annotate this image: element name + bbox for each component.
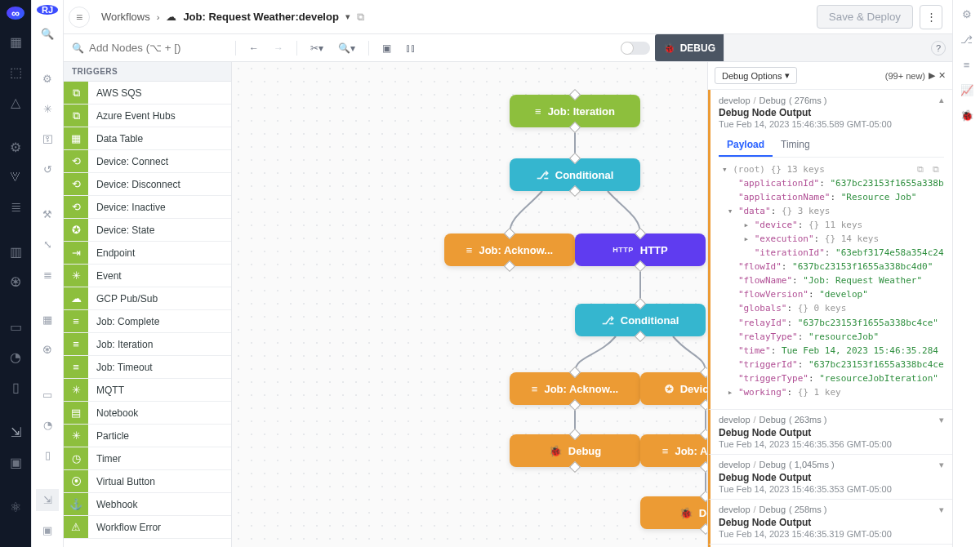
node-port-top[interactable]: [569, 153, 581, 164]
trigger-item[interactable]: ⧉Azure Event Hubs: [64, 105, 231, 127]
node-ack3[interactable]: ≡Job: Acknow...: [640, 434, 707, 467]
trigger-item[interactable]: ▤Notebook: [64, 402, 231, 425]
node-ack1[interactable]: ≡Job: Acknow...: [444, 233, 575, 266]
debug-entry[interactable]: develop/Debug( 263ms )▾Debug Node Output…: [708, 410, 952, 455]
ctx-clock[interactable]: ◔: [36, 414, 59, 436]
close-icon[interactable]: ✕: [938, 70, 946, 81]
debug-toggle[interactable]: [621, 42, 650, 55]
ctx-tree[interactable]: ♼: [36, 339, 59, 361]
stopwatch-icon[interactable]: ◔: [7, 349, 24, 365]
node-port-bottom[interactable]: [700, 461, 707, 473]
collapse-icon[interactable]: ▴: [939, 95, 944, 105]
debug-options-button[interactable]: Debug Options▾: [715, 67, 797, 84]
node-port-top[interactable]: [569, 367, 581, 378]
gear-icon[interactable]: ⚙: [7, 140, 24, 155]
node-port-bottom[interactable]: [635, 260, 646, 272]
table-icon[interactable]: ▥: [7, 244, 24, 260]
ctx-key[interactable]: ⚿: [36, 128, 59, 150]
node-port-bottom[interactable]: [635, 331, 646, 342]
node-devstate[interactable]: ✪Device: State: [640, 372, 707, 405]
trigger-item[interactable]: ⚓Webhook: [64, 493, 231, 516]
breadcrumb-root[interactable]: Workflows: [101, 11, 150, 23]
debug-new-count[interactable]: (99+ new) ▶ ✕: [885, 70, 946, 81]
node-port-top[interactable]: [635, 228, 646, 239]
ctx-arrows[interactable]: ⤡: [36, 233, 59, 256]
box-icon[interactable]: ⬚: [7, 64, 24, 80]
node-port-top[interactable]: [700, 429, 707, 440]
debug-entry[interactable]: develop/Debug( 1,045ms )▾Debug Node Outp…: [708, 455, 952, 500]
panel-icon[interactable]: ▣: [7, 455, 24, 470]
ctx-search[interactable]: 🔍: [32, 23, 63, 45]
rail-db-icon[interactable]: ≡: [964, 59, 970, 71]
help-icon[interactable]: ?: [931, 41, 946, 56]
trigger-item[interactable]: ◷Timer: [64, 447, 231, 470]
rail-gear-icon[interactable]: ⚙: [962, 8, 972, 20]
layout-button[interactable]: ▣: [377, 40, 396, 56]
node-cond1[interactable]: ⎇Conditional: [510, 158, 640, 191]
copy-icon[interactable]: ⧉: [357, 11, 364, 24]
node-port-bottom[interactable]: [504, 260, 515, 272]
trigger-item[interactable]: ≡Job: Complete: [64, 310, 231, 333]
ctx-book[interactable]: ▯: [36, 444, 59, 466]
cut-button[interactable]: ✂▾: [305, 40, 328, 56]
node-port-top[interactable]: [700, 491, 707, 502]
node-debug2[interactable]: 🐞Debug: [640, 496, 707, 529]
more-menu[interactable]: ⋮: [920, 5, 942, 29]
rail-bug-icon[interactable]: 🐞: [960, 109, 973, 122]
flow-icon[interactable]: ♼: [7, 274, 24, 290]
node-port-bottom[interactable]: [569, 461, 581, 473]
trigger-item[interactable]: ≡Job: Iteration: [64, 333, 231, 356]
ctx-gear[interactable]: ⚙: [36, 68, 59, 90]
link-icon[interactable]: ⩔: [7, 170, 24, 185]
expand-icon[interactable]: ▾: [939, 460, 944, 470]
warning-icon[interactable]: △: [7, 95, 24, 110]
ctx-recent[interactable]: ↺: [36, 158, 59, 180]
zoom-button[interactable]: 🔍▾: [333, 40, 360, 56]
node-port-bottom[interactable]: [569, 399, 581, 411]
node-http[interactable]: HTTPHTTP: [575, 233, 706, 266]
rail-branch-icon[interactable]: ⎇: [960, 33, 973, 46]
node-port-top[interactable]: [569, 429, 581, 440]
trigger-item[interactable]: ☁GCP Pub/Sub: [64, 287, 231, 310]
payload-tree[interactable]: ▾ (root) {} 13 keys⧉ ⧉ "applicationId": …: [719, 158, 944, 404]
ctx-panel[interactable]: ▣: [36, 519, 59, 541]
tab-timing[interactable]: Timing: [773, 134, 818, 157]
tab-payload[interactable]: Payload: [719, 134, 773, 157]
node-iter[interactable]: ≡Job: Iteration: [510, 95, 640, 127]
trigger-item[interactable]: ⇥Endpoint: [64, 242, 231, 265]
add-nodes-input[interactable]: [89, 42, 227, 54]
workflow-canvas[interactable]: ≡Job: Iteration⎇Conditional≡Job: Acknow.…: [232, 62, 707, 547]
ctx-bars[interactable]: ≣: [36, 264, 59, 286]
debug-entry[interactable]: develop/Debug( 276ms )▴Debug Node Output…: [708, 90, 952, 410]
rail-chart-icon[interactable]: 📈: [960, 84, 973, 96]
ctx-page[interactable]: ▭: [36, 384, 59, 406]
trigger-item[interactable]: ⦿Virtual Button: [64, 470, 231, 493]
trigger-item[interactable]: ▦Data Table: [64, 127, 231, 150]
ctx-export[interactable]: ⇲: [36, 489, 59, 511]
node-cond2[interactable]: ⎇Conditional: [575, 304, 706, 336]
undo-button[interactable]: ←: [244, 40, 264, 56]
node-port-top[interactable]: [569, 89, 581, 100]
node-port-top[interactable]: [635, 298, 646, 309]
export-icon[interactable]: ⇲: [7, 425, 24, 440]
chevron-down-icon[interactable]: ▾: [345, 11, 350, 22]
ctx-grid[interactable]: ▦: [36, 309, 59, 331]
brand-logo[interactable]: ∞: [7, 7, 24, 20]
trigger-item[interactable]: ⧉AWS SQS: [64, 82, 231, 105]
ctx-star[interactable]: ✳: [36, 98, 59, 120]
trigger-item[interactable]: ⟲Device: Connect: [64, 150, 231, 173]
node-debug1[interactable]: 🐞Debug: [510, 434, 640, 467]
trigger-item[interactable]: ⟲Device: Inactive: [64, 196, 231, 219]
dashboard-icon[interactable]: ▦: [7, 34, 24, 50]
trigger-item[interactable]: ⚠Workflow Error: [64, 516, 231, 539]
node-port-top[interactable]: [504, 228, 515, 239]
node-port-bottom[interactable]: [700, 523, 707, 535]
trigger-item[interactable]: ⟲Device: Disconnect: [64, 173, 231, 196]
graph-icon[interactable]: ⚛: [7, 500, 24, 515]
ctx-bug[interactable]: ⚒: [36, 203, 59, 225]
expand-icon[interactable]: ▾: [939, 415, 944, 425]
trigger-item[interactable]: ≡Job: Timeout: [64, 356, 231, 379]
menu-toggle[interactable]: ≡: [69, 7, 90, 28]
trigger-item[interactable]: ✳MQTT: [64, 379, 231, 402]
trigger-item[interactable]: ✳Particle: [64, 425, 231, 447]
